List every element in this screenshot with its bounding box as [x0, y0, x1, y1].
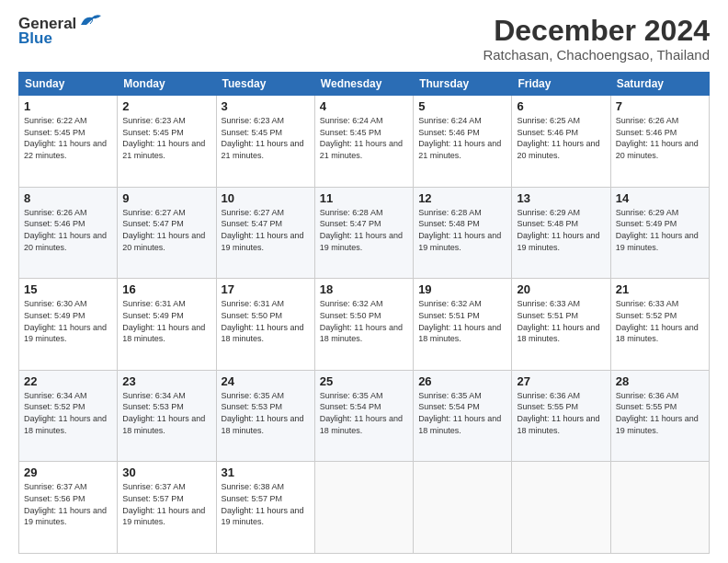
table-row: 21Sunrise: 6:33 AM Sunset: 5:52 PM Dayli…	[610, 279, 709, 371]
day-number: 3	[222, 99, 310, 113]
day-number: 12	[418, 191, 506, 205]
table-row: 1Sunrise: 6:22 AM Sunset: 5:45 PM Daylig…	[19, 96, 118, 188]
day-number: 15	[24, 282, 112, 296]
day-detail: Sunrise: 6:33 AM Sunset: 5:51 PM Dayligh…	[517, 298, 605, 344]
table-row: 29Sunrise: 6:37 AM Sunset: 5:56 PM Dayli…	[19, 462, 118, 554]
day-number: 4	[320, 99, 408, 113]
day-detail: Sunrise: 6:34 AM Sunset: 5:52 PM Dayligh…	[24, 390, 112, 436]
day-detail: Sunrise: 6:26 AM Sunset: 5:46 PM Dayligh…	[616, 115, 704, 161]
day-detail: Sunrise: 6:37 AM Sunset: 5:56 PM Dayligh…	[24, 481, 112, 527]
day-number: 1	[24, 99, 112, 113]
day-number: 28	[616, 374, 704, 388]
calendar-week-row: 1Sunrise: 6:22 AM Sunset: 5:45 PM Daylig…	[19, 96, 710, 188]
day-number: 20	[517, 282, 605, 296]
table-row: 13Sunrise: 6:29 AM Sunset: 5:48 PM Dayli…	[512, 187, 610, 279]
table-row: 23Sunrise: 6:34 AM Sunset: 5:53 PM Dayli…	[118, 370, 216, 462]
table-row: 9Sunrise: 6:27 AM Sunset: 5:47 PM Daylig…	[118, 187, 216, 279]
day-number: 6	[517, 99, 605, 113]
day-number: 22	[24, 374, 112, 388]
calendar-header-row: Sunday Monday Tuesday Wednesday Thursday…	[19, 73, 710, 96]
table-row: 31Sunrise: 6:38 AM Sunset: 5:57 PM Dayli…	[216, 462, 314, 554]
table-row	[414, 462, 512, 554]
table-row: 12Sunrise: 6:28 AM Sunset: 5:48 PM Dayli…	[414, 187, 512, 279]
main-title: December 2024	[483, 15, 710, 47]
day-number: 17	[222, 282, 310, 296]
table-row: 16Sunrise: 6:31 AM Sunset: 5:49 PM Dayli…	[118, 279, 216, 371]
day-number: 16	[122, 282, 210, 296]
calendar-week-row: 8Sunrise: 6:26 AM Sunset: 5:46 PM Daylig…	[19, 187, 710, 279]
day-detail: Sunrise: 6:34 AM Sunset: 5:53 PM Dayligh…	[122, 390, 210, 436]
table-row: 19Sunrise: 6:32 AM Sunset: 5:51 PM Dayli…	[414, 279, 512, 371]
logo: General Blue	[18, 15, 103, 48]
day-detail: Sunrise: 6:32 AM Sunset: 5:50 PM Dayligh…	[320, 298, 408, 344]
day-detail: Sunrise: 6:31 AM Sunset: 5:49 PM Dayligh…	[122, 298, 210, 344]
day-number: 30	[122, 465, 210, 479]
table-row: 24Sunrise: 6:35 AM Sunset: 5:53 PM Dayli…	[216, 370, 314, 462]
table-row: 3Sunrise: 6:23 AM Sunset: 5:45 PM Daylig…	[216, 96, 314, 188]
day-detail: Sunrise: 6:23 AM Sunset: 5:45 PM Dayligh…	[122, 115, 210, 161]
day-number: 27	[517, 374, 605, 388]
day-number: 13	[517, 191, 605, 205]
table-row: 10Sunrise: 6:27 AM Sunset: 5:47 PM Dayli…	[216, 187, 314, 279]
table-row: 18Sunrise: 6:32 AM Sunset: 5:50 PM Dayli…	[314, 279, 413, 371]
table-row: 17Sunrise: 6:31 AM Sunset: 5:50 PM Dayli…	[216, 279, 314, 371]
col-thursday: Thursday	[414, 73, 512, 96]
day-number: 7	[616, 99, 704, 113]
day-number: 23	[122, 374, 210, 388]
table-row: 26Sunrise: 6:35 AM Sunset: 5:54 PM Dayli…	[414, 370, 512, 462]
table-row	[314, 462, 413, 554]
day-number: 2	[122, 99, 210, 113]
day-number: 9	[122, 191, 210, 205]
logo-bird-icon	[79, 12, 103, 30]
day-detail: Sunrise: 6:26 AM Sunset: 5:46 PM Dayligh…	[24, 207, 112, 253]
page: General Blue December 2024 Ratchasan, Ch…	[0, 0, 728, 563]
day-detail: Sunrise: 6:28 AM Sunset: 5:48 PM Dayligh…	[418, 207, 506, 253]
day-detail: Sunrise: 6:24 AM Sunset: 5:45 PM Dayligh…	[320, 115, 408, 161]
logo-blue: Blue	[18, 29, 52, 48]
title-block: December 2024 Ratchasan, Chachoengsao, T…	[483, 15, 710, 63]
day-detail: Sunrise: 6:29 AM Sunset: 5:48 PM Dayligh…	[517, 207, 605, 253]
table-row: 27Sunrise: 6:36 AM Sunset: 5:55 PM Dayli…	[512, 370, 610, 462]
day-number: 11	[320, 191, 408, 205]
day-detail: Sunrise: 6:35 AM Sunset: 5:54 PM Dayligh…	[418, 390, 506, 436]
table-row: 5Sunrise: 6:24 AM Sunset: 5:46 PM Daylig…	[414, 96, 512, 188]
table-row: 2Sunrise: 6:23 AM Sunset: 5:45 PM Daylig…	[118, 96, 216, 188]
subtitle: Ratchasan, Chachoengsao, Thailand	[483, 47, 710, 63]
day-number: 25	[320, 374, 408, 388]
day-detail: Sunrise: 6:30 AM Sunset: 5:49 PM Dayligh…	[24, 298, 112, 344]
day-number: 29	[24, 465, 112, 479]
day-detail: Sunrise: 6:36 AM Sunset: 5:55 PM Dayligh…	[517, 390, 605, 436]
table-row: 14Sunrise: 6:29 AM Sunset: 5:49 PM Dayli…	[610, 187, 709, 279]
day-number: 5	[418, 99, 506, 113]
table-row: 25Sunrise: 6:35 AM Sunset: 5:54 PM Dayli…	[314, 370, 413, 462]
day-detail: Sunrise: 6:25 AM Sunset: 5:46 PM Dayligh…	[517, 115, 605, 161]
day-detail: Sunrise: 6:37 AM Sunset: 5:57 PM Dayligh…	[122, 481, 210, 527]
calendar-week-row: 29Sunrise: 6:37 AM Sunset: 5:56 PM Dayli…	[19, 462, 710, 554]
col-wednesday: Wednesday	[314, 73, 413, 96]
col-friday: Friday	[512, 73, 610, 96]
day-detail: Sunrise: 6:22 AM Sunset: 5:45 PM Dayligh…	[24, 115, 112, 161]
day-number: 14	[616, 191, 704, 205]
calendar-week-row: 15Sunrise: 6:30 AM Sunset: 5:49 PM Dayli…	[19, 279, 710, 371]
table-row: 11Sunrise: 6:28 AM Sunset: 5:47 PM Dayli…	[314, 187, 413, 279]
day-detail: Sunrise: 6:33 AM Sunset: 5:52 PM Dayligh…	[616, 298, 704, 344]
day-detail: Sunrise: 6:29 AM Sunset: 5:49 PM Dayligh…	[616, 207, 704, 253]
day-detail: Sunrise: 6:31 AM Sunset: 5:50 PM Dayligh…	[222, 298, 310, 344]
col-sunday: Sunday	[19, 73, 118, 96]
header: General Blue December 2024 Ratchasan, Ch…	[18, 15, 710, 63]
table-row: 28Sunrise: 6:36 AM Sunset: 5:55 PM Dayli…	[610, 370, 709, 462]
table-row: 20Sunrise: 6:33 AM Sunset: 5:51 PM Dayli…	[512, 279, 610, 371]
table-row: 8Sunrise: 6:26 AM Sunset: 5:46 PM Daylig…	[19, 187, 118, 279]
day-number: 8	[24, 191, 112, 205]
day-number: 10	[222, 191, 310, 205]
day-number: 19	[418, 282, 506, 296]
table-row	[512, 462, 610, 554]
day-detail: Sunrise: 6:35 AM Sunset: 5:53 PM Dayligh…	[222, 390, 310, 436]
day-detail: Sunrise: 6:24 AM Sunset: 5:46 PM Dayligh…	[418, 115, 506, 161]
day-number: 26	[418, 374, 506, 388]
col-saturday: Saturday	[610, 73, 709, 96]
day-number: 24	[222, 374, 310, 388]
day-detail: Sunrise: 6:27 AM Sunset: 5:47 PM Dayligh…	[222, 207, 310, 253]
calendar-table: Sunday Monday Tuesday Wednesday Thursday…	[18, 72, 710, 554]
day-number: 21	[616, 282, 704, 296]
